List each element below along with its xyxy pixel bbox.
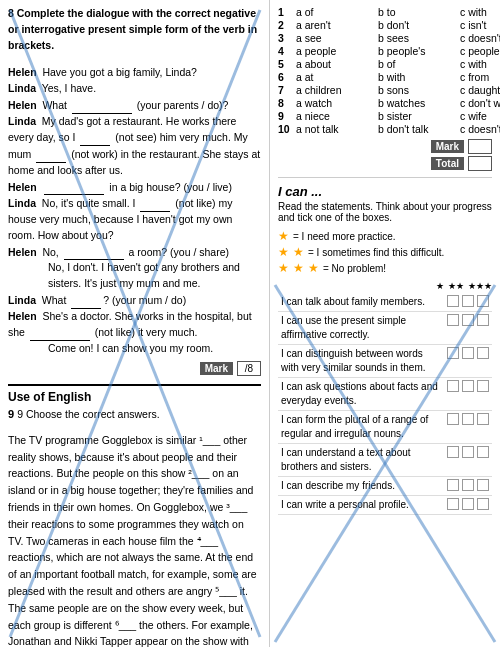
- exercise-9-text: The TV programme Gogglebox is similar ¹_…: [8, 432, 261, 647]
- left-column: 8 Complete the dialogue with the correct…: [0, 0, 270, 647]
- i-can-statement-8: I can write a personal profile.: [278, 496, 442, 515]
- check-star3-6[interactable]: [477, 446, 489, 458]
- star-2a: ★: [278, 245, 289, 259]
- uoe-title: Use of English: [8, 384, 261, 404]
- legend-3: ★★★ = No problem!: [278, 261, 492, 275]
- speaker-linda-4: Linda: [8, 294, 36, 306]
- legend-3-text: = No problem!: [323, 263, 386, 274]
- star-3c: ★: [308, 261, 319, 275]
- exercise-8: 8 Complete the dialogue with the correct…: [8, 6, 261, 376]
- answer-row-2: 2 a aren't b don't c isn't: [278, 19, 492, 31]
- star-col-headers: ★ ★★ ★★★: [278, 281, 492, 291]
- speaker-helen-3: Helen: [8, 181, 37, 193]
- check-star3-4[interactable]: [477, 380, 489, 392]
- i-can-statement-5: I can form the plural of a range of regu…: [278, 411, 442, 444]
- i-can-statement-3: I can distinguish between words with ver…: [278, 345, 442, 378]
- mark-label: Mark: [200, 362, 233, 375]
- check-star1-7[interactable]: [447, 479, 459, 491]
- mark-box-right: Mark: [278, 139, 492, 154]
- blank-5[interactable]: [140, 195, 170, 212]
- use-of-english-section: Use of English 9 9 Choose the correct an…: [8, 384, 261, 647]
- answer-row-7: 7 a children b sons c daughters: [278, 84, 492, 96]
- answer-row-6: 6 a at b with c from: [278, 71, 492, 83]
- star-1: ★: [278, 229, 289, 243]
- speaker-linda-2: Linda: [8, 115, 36, 127]
- separator: [278, 177, 492, 178]
- answer-row-5: 5 a about b of c with: [278, 58, 492, 70]
- i-can-subtitle: Read the statements. Think about your pr…: [278, 201, 492, 223]
- check-star2-7[interactable]: [462, 479, 474, 491]
- blank-7[interactable]: [71, 292, 101, 309]
- i-can-row-4: I can ask questions about facts and ever…: [278, 378, 492, 411]
- check-star1-3[interactable]: [447, 347, 459, 359]
- mark-box-8: Mark /8: [8, 361, 261, 376]
- exercise-8-title: 8 Complete the dialogue with the correct…: [8, 6, 261, 53]
- speaker-linda-3: Linda: [8, 197, 36, 209]
- check-star3-8[interactable]: [477, 498, 489, 510]
- check-star3-2[interactable]: [477, 314, 489, 326]
- check-star1-6[interactable]: [447, 446, 459, 458]
- check-star2-2[interactable]: [462, 314, 474, 326]
- legend-2-text: = I sometimes find this difficult.: [308, 247, 444, 258]
- legend-2: ★★ = I sometimes find this difficult.: [278, 245, 492, 259]
- check-star3-3[interactable]: [477, 347, 489, 359]
- speaker-helen-4: Helen: [8, 246, 37, 258]
- star-3b: ★: [293, 261, 304, 275]
- check-star2-5[interactable]: [462, 413, 474, 425]
- speaker-helen-1: Helen: [8, 66, 37, 78]
- mark-label-right: Mark: [431, 140, 464, 153]
- i-can-statement-6: I can understand a text about brothers a…: [278, 444, 442, 477]
- check-star3-7[interactable]: [477, 479, 489, 491]
- i-can-section: I can ... Read the statements. Think abo…: [278, 184, 492, 515]
- check-star1-4[interactable]: [447, 380, 459, 392]
- i-can-statement-2: I can use the present simple affirmative…: [278, 312, 442, 345]
- right-column: 1 a of b to c with 2 a aren't b don't c …: [270, 0, 500, 647]
- i-can-statement-4: I can ask questions about facts and ever…: [278, 378, 442, 411]
- i-can-statement-1: I can talk about family members.: [278, 293, 442, 312]
- blank-8[interactable]: [30, 324, 90, 341]
- speaker-linda-1: Linda: [8, 82, 36, 94]
- answer-row-8: 8 a watch b watches c don't watch: [278, 97, 492, 109]
- i-can-row-2: I can use the present simple affirmative…: [278, 312, 492, 345]
- check-star1-1[interactable]: [447, 295, 459, 307]
- check-star2-1[interactable]: [462, 295, 474, 307]
- total-score: [468, 156, 492, 171]
- blank-4[interactable]: [44, 179, 104, 196]
- mark-score-right: [468, 139, 492, 154]
- star-3a: ★: [278, 261, 289, 275]
- check-star1-5[interactable]: [447, 413, 459, 425]
- answer-row-4: 4 a people b people's c peoples': [278, 45, 492, 57]
- blank-6[interactable]: [64, 244, 124, 261]
- total-box: Total: [278, 156, 492, 171]
- legend-1-text: = I need more practice.: [293, 231, 396, 242]
- blank-1[interactable]: [72, 97, 132, 114]
- answer-row-3: 3 a see b sees c doesn't see: [278, 32, 492, 44]
- blank-3[interactable]: [36, 146, 66, 163]
- i-can-statement-7: I can describe my friends.: [278, 477, 442, 496]
- i-can-title: I can ...: [278, 184, 492, 199]
- answer-row-1: 1 a of b to c with: [278, 6, 492, 18]
- answers-list: 1 a of b to c with 2 a aren't b don't c …: [278, 6, 492, 135]
- check-star3-5[interactable]: [477, 413, 489, 425]
- check-star2-3[interactable]: [462, 347, 474, 359]
- i-can-row-1: I can talk about family members.: [278, 293, 492, 312]
- i-can-row-5: I can form the plural of a range of regu…: [278, 411, 492, 444]
- blank-2[interactable]: [80, 129, 110, 146]
- check-star3-1[interactable]: [477, 295, 489, 307]
- check-star2-6[interactable]: [462, 446, 474, 458]
- check-star1-8[interactable]: [447, 498, 459, 510]
- i-can-row-7: I can describe my friends.: [278, 477, 492, 496]
- exercise-9-title: 9 9 Choose the correct answers.: [8, 408, 261, 420]
- answer-row-9: 9 a niece b sister c wife: [278, 110, 492, 122]
- i-can-table: I can talk about family members. I can u…: [278, 293, 492, 515]
- check-star2-4[interactable]: [462, 380, 474, 392]
- mark-score-8: /8: [237, 361, 261, 376]
- answer-choices: 1 a of b to c with 2 a aren't b don't c …: [278, 6, 492, 171]
- stars-legend: ★ = I need more practice. ★★ = I sometim…: [278, 229, 492, 275]
- check-star1-2[interactable]: [447, 314, 459, 326]
- speaker-helen-2: Helen: [8, 99, 37, 111]
- answer-row-10: 10 a not talk b don't talk c doesn't tal…: [278, 123, 492, 135]
- check-star2-8[interactable]: [462, 498, 474, 510]
- legend-1: ★ = I need more practice.: [278, 229, 492, 243]
- total-label: Total: [431, 157, 464, 170]
